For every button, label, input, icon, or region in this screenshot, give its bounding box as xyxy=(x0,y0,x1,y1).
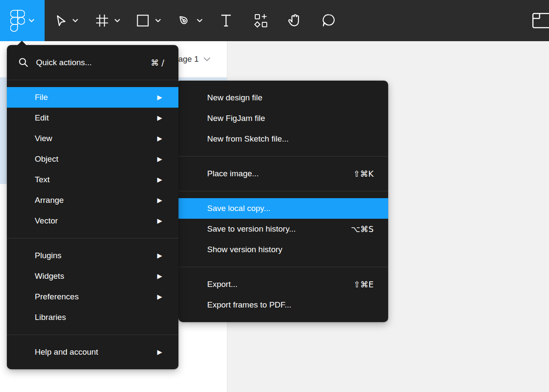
menu-item-plugins[interactable]: Plugins ▶ xyxy=(7,245,178,266)
shortcut-label: ⇧⌘K xyxy=(353,169,374,178)
move-tool-button[interactable] xyxy=(50,0,83,41)
submenu-arrow-icon: ▶ xyxy=(157,115,162,121)
menu-item-label: Edit xyxy=(35,113,49,123)
submenu-arrow-icon: ▶ xyxy=(157,136,162,142)
resources-icon xyxy=(254,13,268,28)
page-selector[interactable]: Page 1 xyxy=(173,41,211,77)
menu-body: File ▶ Edit ▶ View ▶ Object ▶ Text ▶ Arr… xyxy=(7,80,178,369)
submenu-item-label: Export frames to PDF... xyxy=(207,300,291,310)
text-tool-button[interactable] xyxy=(215,0,237,41)
chevron-down-icon xyxy=(197,19,202,23)
cursor-icon xyxy=(55,15,67,27)
submenu-arrow-icon: ▶ xyxy=(157,94,162,101)
toolbar xyxy=(0,0,549,41)
shape-tool-button[interactable] xyxy=(132,0,165,41)
ui-toggle-button[interactable] xyxy=(530,0,549,41)
pen-icon xyxy=(177,13,191,28)
file-submenu: New design file New FigJam file New from… xyxy=(178,81,388,322)
menu-caret xyxy=(17,41,27,45)
submenu-item-label: New FigJam file xyxy=(207,114,265,123)
submenu-item-label: Export... xyxy=(207,280,238,289)
submenu-item-place-image[interactable]: Place image... ⇧⌘K xyxy=(178,163,388,184)
menu-item-text[interactable]: Text ▶ xyxy=(7,169,178,190)
menu-item-libraries[interactable]: Libraries xyxy=(7,307,178,328)
menu-divider xyxy=(178,267,388,267)
menu-item-vector[interactable]: Vector ▶ xyxy=(7,211,178,231)
submenu-arrow-icon: ▶ xyxy=(157,197,162,204)
chevron-down-icon xyxy=(115,19,120,23)
menu-item-label: View xyxy=(35,134,52,143)
submenu-item-new-design-file[interactable]: New design file xyxy=(178,87,388,108)
submenu-item-export[interactable]: Export... ⇧⌘E xyxy=(178,274,388,295)
menu-divider xyxy=(7,335,178,335)
submenu-arrow-icon: ▶ xyxy=(157,177,162,183)
submenu-item-label: Save local copy... xyxy=(207,204,271,213)
figma-logo-icon xyxy=(10,10,25,32)
search-icon xyxy=(18,57,29,68)
menu-item-label: Object xyxy=(35,154,58,164)
frame-tool-button[interactable] xyxy=(91,0,124,41)
menu-divider xyxy=(178,156,388,157)
submenu-item-export-frames-to-pdf[interactable]: Export frames to PDF... xyxy=(178,295,388,315)
menu-item-object[interactable]: Object ▶ xyxy=(7,149,178,169)
quick-actions-shortcut: ⌘ / xyxy=(151,58,164,67)
submenu-item-save-local-copy[interactable]: Save local copy... xyxy=(178,198,388,219)
menu-item-edit[interactable]: Edit ▶ xyxy=(7,108,178,128)
submenu-arrow-icon: ▶ xyxy=(157,294,162,300)
submenu-item-new-from-sketch-file[interactable]: New from Sketch file... xyxy=(178,129,388,149)
main-menu: Quick actions... ⌘ / File ▶ Edit ▶ View … xyxy=(7,45,178,369)
frame-icon xyxy=(95,14,109,27)
menu-divider xyxy=(7,238,178,238)
submenu-item-save-to-version-history[interactable]: Save to version history... ⌥⌘S xyxy=(178,219,388,239)
submenu-arrow-icon: ▶ xyxy=(157,349,162,356)
hand-icon xyxy=(287,13,302,28)
pen-tool-button[interactable] xyxy=(172,0,207,41)
main-menu-button[interactable] xyxy=(0,0,45,41)
resources-tool-button[interactable] xyxy=(250,0,273,41)
menu-item-label: Arrange xyxy=(35,196,64,205)
menu-item-view[interactable]: View ▶ xyxy=(7,128,178,149)
hand-tool-button[interactable] xyxy=(283,0,307,41)
menu-item-label: Preferences xyxy=(35,292,78,302)
submenu-item-label: New from Sketch file... xyxy=(207,134,289,144)
submenu-item-show-version-history[interactable]: Show version history xyxy=(178,239,388,260)
menu-item-file[interactable]: File ▶ xyxy=(7,87,178,108)
submenu-item-label: Save to version history... xyxy=(207,224,296,234)
menu-item-label: Help and account xyxy=(35,347,98,357)
menu-item-help-and-account[interactable]: Help and account ▶ xyxy=(7,342,178,362)
chevron-down-icon xyxy=(29,19,34,23)
quick-actions-field[interactable]: Quick actions... ⌘ / xyxy=(7,45,178,80)
menu-divider xyxy=(178,191,388,191)
submenu-arrow-icon: ▶ xyxy=(157,273,162,280)
menu-item-label: File xyxy=(35,93,48,102)
menu-item-label: Widgets xyxy=(35,271,64,281)
chevron-down-icon xyxy=(203,57,211,62)
menu-item-label: Libraries xyxy=(35,313,66,322)
menu-item-label: Plugins xyxy=(35,251,61,260)
rectangle-icon xyxy=(136,14,150,27)
submenu-item-label: Show version history xyxy=(207,245,282,254)
submenu-arrow-icon: ▶ xyxy=(157,253,162,259)
comment-icon xyxy=(321,13,336,28)
submenu-item-label: Place image... xyxy=(207,169,259,178)
quick-actions-label: Quick actions... xyxy=(36,58,92,67)
submenu-item-label: New design file xyxy=(207,93,262,103)
chevron-down-icon xyxy=(72,19,78,23)
chevron-down-icon xyxy=(155,19,161,23)
shortcut-label: ⌥⌘S xyxy=(351,224,374,234)
menu-item-arrange[interactable]: Arrange ▶ xyxy=(7,190,178,211)
text-icon xyxy=(220,14,232,27)
menu-item-label: Vector xyxy=(35,216,58,226)
submenu-arrow-icon: ▶ xyxy=(157,218,162,224)
submenu-item-new-figjam-file[interactable]: New FigJam file xyxy=(178,108,388,129)
comment-tool-button[interactable] xyxy=(317,0,341,41)
menu-item-label: Text xyxy=(35,175,50,184)
shortcut-label: ⇧⌘E xyxy=(353,280,374,289)
menu-item-preferences[interactable]: Preferences ▶ xyxy=(7,286,178,307)
submenu-arrow-icon: ▶ xyxy=(157,156,162,163)
menu-item-widgets[interactable]: Widgets ▶ xyxy=(7,266,178,286)
layout-icon xyxy=(532,13,549,28)
